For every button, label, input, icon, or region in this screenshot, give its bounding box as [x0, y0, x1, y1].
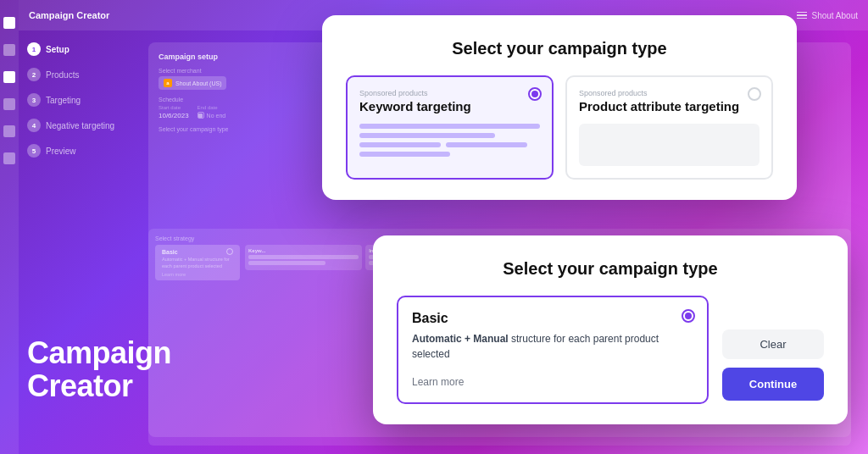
- step-5-num: 5: [27, 144, 41, 158]
- clear-button[interactable]: Clear: [722, 329, 824, 359]
- basic-card-radio: [682, 309, 695, 323]
- sidebar-icon-chart[interactable]: [3, 71, 15, 83]
- app-title: Campaign Creator: [29, 10, 109, 20]
- topbar-user: Shout About: [812, 11, 859, 20]
- bg-start-date-block: Start date 10/6/2023: [159, 105, 189, 119]
- step-4-num: 4: [27, 119, 41, 132]
- modal-campaign-type-top: Select your campaign type Sponsored prod…: [322, 15, 797, 200]
- card-product-radio: [748, 87, 761, 101]
- bg-basic-label: Basic: [162, 249, 178, 255]
- bg-col-1: Keyw...: [245, 245, 362, 270]
- continue-button[interactable]: Continue: [722, 368, 824, 401]
- topbar-right: Shout About: [797, 11, 859, 20]
- bg-start-date: 10/6/2023: [159, 112, 189, 119]
- step-3-label: Targeting: [46, 96, 81, 105]
- modal-campaign-type-bottom: Select your campaign type Basic Automati…: [373, 235, 848, 424]
- card-keyword-name: Keyword targeting: [359, 99, 540, 114]
- bg-basic-desc: Automatic + Manual structure for each pa…: [162, 257, 233, 269]
- brand-line1: Campaign: [27, 336, 171, 370]
- step-2-num: 2: [27, 68, 41, 81]
- modal-top-title: Select your campaign type: [346, 39, 773, 58]
- card-line-2: [359, 133, 495, 138]
- basic-desc-bold: Automatic + Manual: [412, 333, 509, 345]
- card-line-4: [359, 152, 450, 157]
- bg-merchant-row: a Shout About (US): [159, 76, 226, 90]
- step-2[interactable]: 2 Products: [27, 68, 137, 81]
- sidebar-icon-grid[interactable]: [3, 17, 15, 29]
- card-product-name: Product attribute targeting: [579, 99, 760, 114]
- merchant-logo: a: [164, 79, 172, 87]
- card-product-attribute[interactable]: Sponsored products Product attribute tar…: [565, 75, 773, 180]
- bg-start-label: Start date: [159, 105, 189, 110]
- sidebar-icon-user[interactable]: [3, 44, 15, 56]
- step-5[interactable]: 5 Preview: [27, 144, 137, 158]
- bg-basic-radio: [226, 248, 233, 255]
- merchant-name: Shout About (US): [175, 80, 221, 86]
- bg-end-label: End date: [198, 105, 226, 110]
- modal-bottom-title: Select your campaign type: [397, 259, 824, 279]
- basic-card-title: Basic: [412, 311, 693, 326]
- brand-text: Campaign Creator: [27, 336, 171, 403]
- menu-icon[interactable]: [797, 12, 807, 19]
- basic-card-desc: Automatic + Manual structure for each pa…: [412, 331, 693, 362]
- steps-nav: 1 Setup 2 Products 3 Targeting 4 Negativ…: [27, 42, 137, 169]
- sidebar-icon-bell[interactable]: [3, 152, 15, 164]
- step-3-num: 3: [27, 93, 41, 107]
- step-1-num: 1: [27, 42, 41, 56]
- bg-no-end-label: No end: [207, 113, 226, 119]
- card-keyword-lines: [359, 124, 540, 157]
- bg-basic-card: Basic Automatic + Manual structure for e…: [155, 245, 240, 280]
- campaign-type-cards: Sponsored products Keyword targeting Spo…: [346, 75, 773, 180]
- card-keyword-subtitle: Sponsored products: [359, 89, 540, 97]
- step-4[interactable]: 4 Negative targeting: [27, 119, 137, 132]
- sidebar: [0, 0, 19, 454]
- sidebar-icon-settings[interactable]: [3, 125, 15, 137]
- step-1[interactable]: 1 Setup: [27, 42, 137, 56]
- card-line-3a: [359, 142, 441, 147]
- card-keyword-targeting[interactable]: Sponsored products Keyword targeting: [346, 75, 554, 180]
- card-product-placeholder: [579, 124, 760, 166]
- step-2-label: Products: [46, 70, 79, 80]
- card-line-1: [359, 124, 540, 129]
- step-3[interactable]: 3 Targeting: [27, 93, 137, 107]
- learn-more-link[interactable]: Learn more: [412, 376, 464, 388]
- sidebar-icon-tag[interactable]: [3, 98, 15, 110]
- brand-line2: Creator: [27, 369, 171, 403]
- modal-bottom-inner: Basic Automatic + Manual structure for e…: [397, 296, 824, 404]
- bg-no-end: No end: [198, 112, 226, 119]
- step-1-label: Setup: [46, 45, 70, 54]
- card-product-subtitle: Sponsored products: [579, 89, 760, 97]
- card-line-3b: [446, 142, 527, 147]
- step-5-label: Preview: [46, 147, 76, 156]
- step-4-label: Negative targeting: [46, 121, 114, 130]
- card-line-row: [359, 142, 540, 147]
- basic-campaign-card[interactable]: Basic Automatic + Manual structure for e…: [397, 296, 709, 404]
- bg-learn-more: Learn more: [162, 272, 233, 277]
- card-keyword-radio: [528, 87, 542, 101]
- modal-actions: Clear Continue: [722, 296, 824, 401]
- bg-end-date-block: End date No end: [198, 105, 226, 119]
